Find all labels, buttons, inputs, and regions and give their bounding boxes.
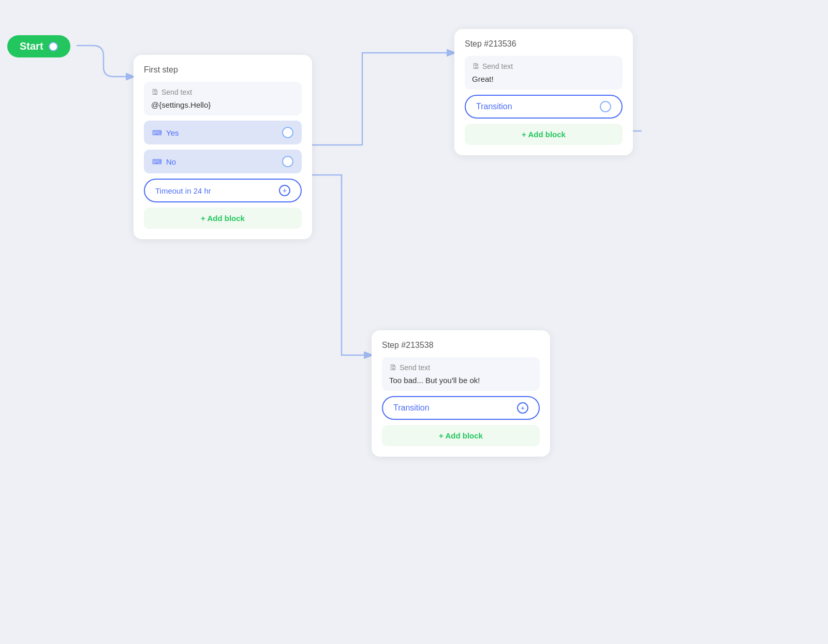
first-step-send-text-block: 🖺 Send text @{settings.Hello}	[144, 82, 302, 115]
step-213538-title: Step #213538	[382, 341, 540, 350]
no-connector	[282, 156, 293, 167]
step-213538-card: Step #213538 🖺 Send text Too bad... But …	[372, 330, 550, 457]
step-213536-transition-connector	[600, 101, 611, 112]
step-213538-send-text-label: 🖺 Send text	[389, 363, 533, 372]
message-icon-213536: 🖺	[472, 62, 479, 70]
step-213536-add-block-button[interactable]: + Add block	[465, 124, 623, 145]
timeout-button[interactable]: Timeout in 24 hr +	[144, 179, 302, 202]
yes-connector	[282, 127, 293, 138]
first-step-add-block-button[interactable]: + Add block	[144, 208, 302, 229]
timeout-plus-icon: +	[279, 185, 290, 196]
start-node: Start	[7, 35, 70, 57]
step-213536-transition-button[interactable]: Transition	[465, 95, 623, 119]
first-step-title: First step	[144, 65, 302, 75]
step-213536-card: Step #213536 🖺 Send text Great! Transiti…	[454, 29, 633, 155]
no-choice-button[interactable]: ⌨ No	[144, 150, 302, 173]
first-step-send-text-label: 🖺 Send text	[151, 88, 294, 96]
step-213538-add-block-button[interactable]: + Add block	[382, 425, 540, 446]
start-connector	[49, 42, 58, 51]
step-213538-send-text-value: Too bad... But you'll be ok!	[389, 376, 533, 385]
start-label: Start	[20, 40, 43, 52]
step-213536-send-text-label: 🖺 Send text	[472, 62, 615, 70]
step-213536-title: Step #213536	[465, 39, 623, 49]
step-213536-send-text-block: 🖺 Send text Great!	[465, 56, 623, 90]
message-icon: 🖺	[151, 88, 158, 96]
keyboard-icon-no: ⌨	[152, 158, 162, 166]
step-213538-send-text-block: 🖺 Send text Too bad... But you'll be ok!	[382, 357, 540, 391]
step-213536-send-text-value: Great!	[472, 75, 615, 83]
message-icon-213538: 🖺	[389, 363, 396, 372]
step-213538-transition-button[interactable]: Transition +	[382, 396, 540, 420]
first-step-card: First step 🖺 Send text @{settings.Hello}…	[134, 55, 312, 239]
first-step-send-text-value: @{settings.Hello}	[151, 100, 294, 109]
step-213538-transition-plus: +	[517, 402, 528, 414]
yes-choice-button[interactable]: ⌨ Yes	[144, 121, 302, 144]
keyboard-icon-yes: ⌨	[152, 129, 162, 137]
